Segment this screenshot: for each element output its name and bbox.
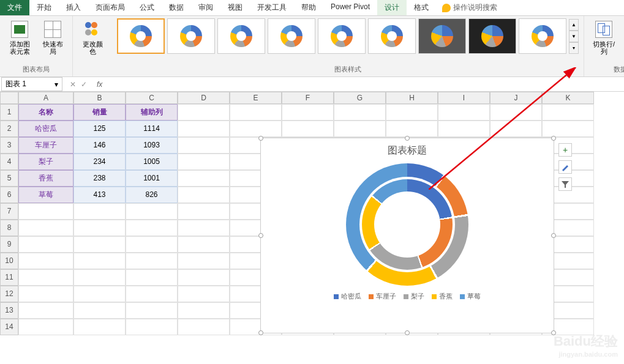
cell[interactable] bbox=[178, 319, 230, 335]
resize-handle[interactable] bbox=[258, 233, 263, 238]
cell[interactable] bbox=[282, 104, 334, 121]
cell[interactable] bbox=[178, 286, 230, 302]
style-gallery-more[interactable]: ▾ bbox=[569, 42, 579, 54]
row-header[interactable]: 11 bbox=[0, 269, 18, 286]
chart-style-9[interactable] bbox=[519, 18, 566, 54]
cell[interactable]: 1001 bbox=[126, 170, 178, 187]
cancel-icon[interactable]: ✕ bbox=[70, 80, 76, 89]
cell[interactable] bbox=[178, 170, 230, 187]
cell[interactable] bbox=[178, 121, 230, 137]
cell[interactable]: 销量 bbox=[73, 104, 126, 121]
resize-handle[interactable] bbox=[258, 136, 263, 141]
col-header-f[interactable]: F bbox=[282, 92, 334, 104]
cell[interactable]: 234 bbox=[73, 154, 126, 170]
cell[interactable]: 哈密瓜 bbox=[18, 121, 73, 137]
cell[interactable] bbox=[334, 121, 386, 137]
cell[interactable]: 413 bbox=[73, 187, 126, 203]
chart-style-6[interactable] bbox=[368, 18, 416, 54]
tab-home[interactable]: 开始 bbox=[29, 0, 59, 15]
cell[interactable]: 238 bbox=[73, 170, 126, 187]
name-box[interactable]: 图表 1 ▾ bbox=[1, 77, 62, 91]
row-header[interactable]: 12 bbox=[0, 286, 18, 302]
resize-handle[interactable] bbox=[258, 330, 263, 335]
change-colors-button[interactable]: 更改颜色 bbox=[78, 18, 107, 56]
col-header-h[interactable]: H bbox=[386, 92, 438, 104]
cell[interactable] bbox=[73, 319, 126, 335]
chart-title[interactable]: 图表标题 bbox=[261, 138, 554, 163]
cell[interactable]: 125 bbox=[73, 121, 126, 137]
resize-handle[interactable] bbox=[551, 233, 556, 238]
tab-formulas[interactable]: 公式 bbox=[132, 0, 162, 15]
tab-design[interactable]: 设计 bbox=[377, 0, 407, 15]
row-header[interactable]: 6 bbox=[0, 187, 18, 203]
cell[interactable]: 香蕉 bbox=[18, 170, 73, 187]
cell[interactable]: 826 bbox=[126, 187, 178, 203]
col-header-c[interactable]: C bbox=[126, 92, 178, 104]
chart-styles-button[interactable] bbox=[558, 160, 572, 174]
col-header-b[interactable]: B bbox=[73, 92, 126, 104]
switch-row-column-button[interactable]: 切换行/列 bbox=[589, 18, 618, 56]
cell[interactable] bbox=[178, 137, 230, 154]
row-header[interactable]: 14 bbox=[0, 319, 18, 335]
chart-style-2[interactable] bbox=[167, 18, 215, 54]
col-header-a[interactable]: A bbox=[18, 92, 73, 104]
cell[interactable] bbox=[542, 104, 594, 121]
cell[interactable] bbox=[73, 253, 126, 269]
cell[interactable] bbox=[18, 286, 73, 302]
row-header[interactable]: 1 bbox=[0, 104, 18, 121]
cell[interactable] bbox=[18, 319, 73, 335]
cell[interactable] bbox=[73, 286, 126, 302]
cell[interactable] bbox=[178, 187, 230, 203]
cell[interactable] bbox=[126, 220, 178, 236]
row-header[interactable]: 7 bbox=[0, 203, 18, 220]
chart-elements-button[interactable]: + bbox=[558, 143, 572, 157]
confirm-icon[interactable]: ✓ bbox=[81, 80, 87, 89]
tab-review[interactable]: 审阅 bbox=[191, 0, 220, 15]
cell[interactable] bbox=[334, 104, 386, 121]
cell[interactable] bbox=[126, 302, 178, 319]
cell[interactable] bbox=[178, 302, 230, 319]
cell[interactable] bbox=[73, 302, 126, 319]
cell[interactable] bbox=[18, 236, 73, 253]
tab-insert[interactable]: 插入 bbox=[59, 0, 88, 15]
tell-me-search[interactable]: 操作说明搜索 bbox=[436, 0, 503, 15]
cell[interactable]: 名称 bbox=[18, 104, 73, 121]
tab-file[interactable]: 文件 bbox=[0, 0, 29, 15]
style-scroll-up[interactable]: ▲ bbox=[569, 19, 579, 31]
chart-legend[interactable]: 哈密瓜车厘子梨子香蕉草莓 bbox=[261, 286, 554, 301]
tab-format[interactable]: 格式 bbox=[407, 0, 436, 15]
cell[interactable] bbox=[73, 269, 126, 286]
cell[interactable] bbox=[438, 104, 490, 121]
select-all-corner[interactable] bbox=[0, 92, 18, 104]
cell[interactable] bbox=[126, 269, 178, 286]
col-header-i[interactable]: I bbox=[438, 92, 490, 104]
col-header-e[interactable]: E bbox=[230, 92, 282, 104]
cell[interactable] bbox=[18, 220, 73, 236]
chart-style-1[interactable] bbox=[117, 18, 165, 54]
cell[interactable] bbox=[178, 236, 230, 253]
cell[interactable] bbox=[542, 121, 594, 137]
cell[interactable] bbox=[178, 104, 230, 121]
chart-style-7[interactable] bbox=[418, 18, 466, 54]
cell[interactable] bbox=[490, 121, 542, 137]
cell[interactable] bbox=[386, 104, 438, 121]
cell[interactable] bbox=[126, 253, 178, 269]
cell[interactable] bbox=[178, 220, 230, 236]
tab-help[interactable]: 帮助 bbox=[294, 0, 323, 15]
cell[interactable]: 1093 bbox=[126, 137, 178, 154]
cell[interactable] bbox=[126, 203, 178, 220]
cell[interactable] bbox=[282, 121, 334, 137]
cell[interactable] bbox=[18, 302, 73, 319]
cell[interactable] bbox=[386, 121, 438, 137]
col-header-d[interactable]: D bbox=[178, 92, 230, 104]
cell[interactable] bbox=[73, 236, 126, 253]
resize-handle[interactable] bbox=[551, 136, 556, 141]
cell[interactable] bbox=[126, 319, 178, 335]
doughnut-chart[interactable] bbox=[261, 163, 554, 286]
cell[interactable] bbox=[230, 121, 282, 137]
row-header[interactable]: 8 bbox=[0, 220, 18, 236]
style-scroll-down[interactable]: ▼ bbox=[569, 31, 579, 42]
cell[interactable] bbox=[230, 104, 282, 121]
col-header-g[interactable]: G bbox=[334, 92, 386, 104]
cell[interactable]: 草莓 bbox=[18, 187, 73, 203]
